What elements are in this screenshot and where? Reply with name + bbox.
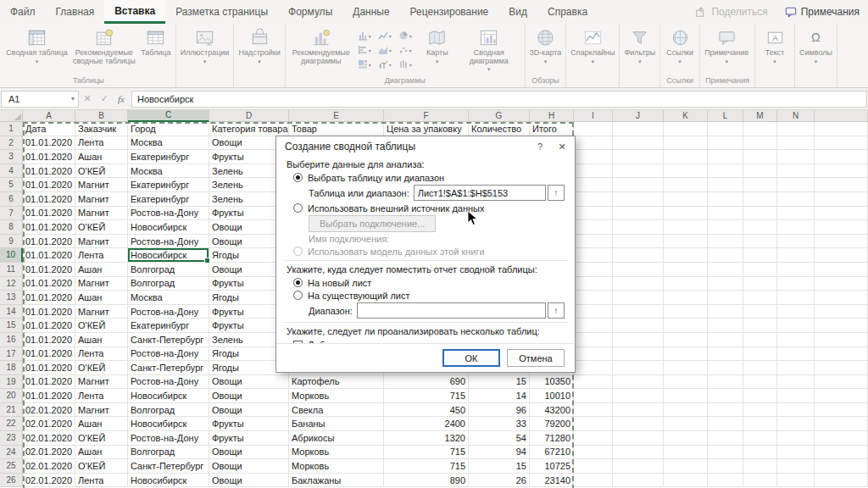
cell-L2[interactable] — [708, 136, 743, 151]
cell-F22[interactable]: 2400 — [384, 417, 469, 431]
cell-J5[interactable] — [613, 178, 664, 192]
cell-N6[interactable] — [777, 192, 815, 207]
cell-G19[interactable]: 15 — [469, 375, 530, 390]
cell-B19[interactable]: Магнит — [75, 375, 128, 390]
cell-F21[interactable]: 450 — [384, 403, 469, 418]
hierarchy-chart-button[interactable]: ▾ — [358, 58, 376, 72]
cell-J12[interactable] — [613, 277, 664, 291]
cell-B22[interactable]: Ашан — [75, 417, 128, 431]
column-header-G[interactable]: G — [469, 110, 530, 122]
tab-справка[interactable]: Справка — [537, 0, 598, 24]
cell-L7[interactable] — [708, 207, 743, 221]
dialog-help-icon[interactable]: ? — [529, 137, 551, 156]
cell-D23[interactable]: Фрукты — [209, 431, 289, 446]
column-header-A[interactable]: A — [23, 110, 75, 122]
cell-filler[interactable] — [815, 403, 868, 418]
cell-B6[interactable]: Магнит — [75, 192, 128, 207]
cell-N7[interactable] — [777, 207, 815, 221]
formula-input[interactable]: Новосибирск — [131, 91, 867, 108]
cell-B7[interactable]: Магнит — [75, 207, 128, 221]
cell-M5[interactable] — [743, 178, 777, 192]
pivot-table-button[interactable]: Сводная таблица▾ — [3, 25, 70, 64]
cell-E22[interactable]: Бананы — [289, 417, 384, 431]
cell-J4[interactable] — [613, 164, 664, 179]
cell-H20[interactable]: 10010 — [530, 389, 574, 403]
cell-M22[interactable] — [743, 417, 777, 431]
cell-A10[interactable]: 01.01.2020 — [23, 248, 75, 263]
cell-J22[interactable] — [613, 417, 664, 431]
cell-M2[interactable] — [743, 136, 777, 151]
cell-M25[interactable] — [743, 459, 777, 474]
cell-G26[interactable]: 26 — [469, 474, 530, 488]
comments-toggle-button[interactable]: Примечания — [776, 0, 868, 24]
row-header-9[interactable]: 9 — [0, 235, 23, 249]
cell-L18[interactable] — [708, 361, 743, 375]
row-header-15[interactable]: 15 — [0, 319, 23, 333]
cell-B21[interactable]: Магнит — [75, 403, 128, 418]
text-button[interactable]: АТекст▾ — [757, 25, 793, 64]
cell-filler[interactable] — [815, 319, 868, 333]
cell-I2[interactable] — [574, 136, 613, 151]
cell-B16[interactable]: Ашан — [75, 333, 128, 347]
cell-filler[interactable] — [815, 446, 868, 460]
cell-J8[interactable] — [613, 220, 664, 235]
row-header-22[interactable]: 22 — [0, 417, 23, 431]
cell-C8[interactable]: Новосибирск — [128, 220, 209, 235]
cell-C19[interactable]: Ростов-на-Дону — [128, 375, 209, 390]
row-header-26[interactable]: 26 — [0, 474, 23, 488]
row-header-1[interactable]: 1 — [0, 122, 23, 136]
cell-H24[interactable]: 67210 — [530, 446, 574, 460]
cell-L23[interactable] — [708, 431, 743, 446]
cell-A20[interactable]: 01.01.2020 — [23, 389, 75, 403]
cell-A15[interactable]: 01.01.2020 — [23, 319, 75, 333]
line-chart-button[interactable]: ▾ — [378, 29, 397, 43]
cell-I19[interactable] — [574, 375, 613, 390]
cell-C24[interactable]: Волгоград — [128, 446, 209, 460]
column-header-H[interactable]: H — [530, 110, 574, 122]
cell-K13[interactable] — [664, 291, 708, 305]
cell-J6[interactable] — [613, 192, 664, 207]
location-picker-button[interactable]: ↑ — [548, 302, 565, 319]
cell-M6[interactable] — [743, 192, 777, 207]
cell-A17[interactable]: 01.01.2020 — [23, 347, 75, 362]
row-header-25[interactable]: 25 — [0, 459, 23, 474]
cell-filler[interactable] — [815, 459, 868, 474]
cell-G21[interactable]: 96 — [469, 403, 530, 418]
cell-C1[interactable]: Город — [128, 122, 209, 136]
cell-D21[interactable]: Овощи — [209, 403, 289, 418]
pie-chart-button[interactable]: ▾ — [398, 29, 417, 43]
cell-E19[interactable]: Картофель — [289, 375, 384, 390]
cell-K14[interactable] — [664, 305, 708, 319]
cell-I5[interactable] — [574, 178, 613, 192]
cell-L5[interactable] — [708, 178, 743, 192]
cell-K3[interactable] — [664, 150, 708, 164]
column-header-B[interactable]: B — [75, 110, 128, 122]
cell-A3[interactable]: 01.01.2020 — [23, 150, 75, 164]
tab-вид[interactable]: Вид — [498, 0, 537, 24]
cell-N4[interactable] — [777, 164, 815, 179]
cell-I14[interactable] — [574, 305, 613, 319]
cell-B5[interactable]: Магнит — [75, 178, 128, 192]
cell-filler[interactable] — [815, 474, 868, 488]
row-header-11[interactable]: 11 — [0, 263, 23, 277]
row-header-20[interactable]: 20 — [0, 389, 23, 403]
links-button[interactable]: Ссылки▾ — [662, 25, 698, 64]
cell-K23[interactable] — [664, 431, 708, 446]
comment-button[interactable]: Примечание▾ — [702, 25, 751, 64]
row-header-10[interactable]: 10 — [0, 248, 23, 263]
cell-I10[interactable] — [574, 248, 613, 263]
cell-C25[interactable]: Санкт-Петербург — [128, 459, 209, 474]
row-header-17[interactable]: 17 — [0, 347, 23, 362]
cell-L25[interactable] — [708, 459, 743, 474]
cell-H1[interactable]: Итого — [530, 122, 574, 136]
cell-I4[interactable] — [574, 164, 613, 179]
radio-row-new-sheet[interactable]: На новый лист — [287, 276, 565, 289]
cell-A12[interactable]: 01.01.2020 — [23, 277, 75, 291]
cell-N1[interactable] — [777, 122, 815, 136]
cell-L11[interactable] — [708, 263, 743, 277]
cell-A25[interactable]: 02.01.2020 — [23, 459, 75, 474]
cell-M11[interactable] — [743, 263, 777, 277]
cell-M4[interactable] — [743, 164, 777, 179]
stock-chart-button[interactable]: ▾ — [398, 58, 417, 72]
cell-I3[interactable] — [574, 150, 613, 164]
